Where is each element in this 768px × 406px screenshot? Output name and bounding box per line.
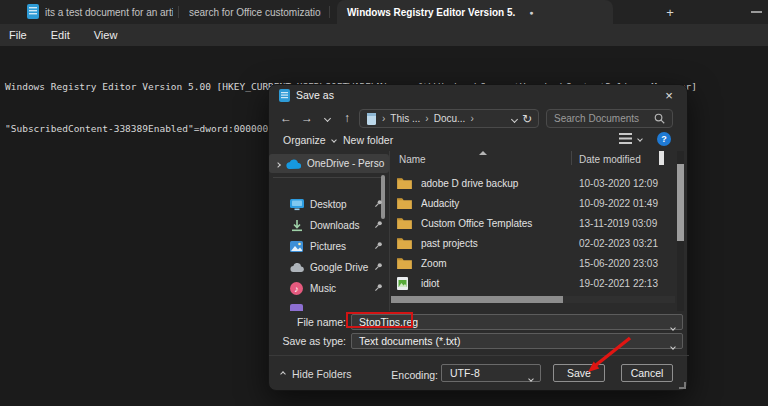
- tab-bar: its a test document for an article searc…: [0, 0, 768, 24]
- tab-label: search for Office customization too: [189, 7, 321, 18]
- hide-folders-label: Hide Folders: [292, 368, 352, 380]
- file-date: 02-02-2023 03:21: [579, 238, 658, 249]
- unsaved-indicator-icon: ●: [529, 9, 533, 16]
- dialog-title: Save as: [296, 89, 334, 101]
- hide-folders-button[interactable]: Hide Folders: [281, 368, 352, 380]
- minimize-icon[interactable]: [751, 11, 762, 13]
- sidebar-item-desktop[interactable]: Desktop: [269, 195, 389, 214]
- file-row[interactable]: Custom Office Templates 13-11-2019 03:09: [391, 213, 673, 233]
- folder-icon: [397, 257, 413, 269]
- encoding-dropdown[interactable]: UTF-8: [441, 364, 541, 382]
- search-box[interactable]: Search Documents: [546, 109, 673, 128]
- breadcrumb-separator: ›: [470, 113, 473, 124]
- chevron-down-icon[interactable]: [671, 339, 675, 351]
- pin-icon: [374, 199, 383, 210]
- menu-view[interactable]: View: [82, 29, 130, 41]
- address-bar[interactable]: › This ... › Docu... › ↻: [359, 109, 539, 128]
- save-as-type-label: Save as type:: [269, 335, 346, 347]
- dialog-title-bar: Save as ×: [269, 85, 687, 106]
- recent-locations-icon[interactable]: [317, 108, 337, 128]
- new-tab-button[interactable]: +: [660, 3, 680, 21]
- onedrive-cloud-icon: [286, 159, 301, 169]
- address-dropdown-icon[interactable]: [512, 113, 517, 124]
- file-row[interactable]: past projects 02-02-2023 03:21: [391, 233, 673, 253]
- file-name-label: File name:: [269, 316, 346, 328]
- breadcrumb-this-pc[interactable]: This ...: [390, 113, 420, 124]
- file-row[interactable]: idiot 19-02-2021 22:13: [391, 273, 673, 293]
- save-as-type-value: Text documents (*.txt): [359, 335, 461, 347]
- file-date: 15-06-2020 23:03: [579, 258, 658, 269]
- tab-test-document[interactable]: its a test document for an article: [45, 0, 173, 24]
- view-options-button[interactable]: [619, 133, 642, 144]
- forward-icon[interactable]: →: [297, 108, 317, 128]
- folder-icon: [397, 177, 413, 189]
- horizontal-scrollbar-thumb[interactable]: [391, 296, 563, 303]
- downloads-icon: [289, 220, 304, 232]
- file-row[interactable]: Zoom 15-06-2020 23:03: [391, 253, 673, 273]
- sidebar-item-downloads[interactable]: Downloads: [269, 216, 389, 235]
- sidebar-item-onedrive[interactable]: OneDrive - Perso: [269, 154, 389, 173]
- sidebar-item-videos[interactable]: [269, 300, 389, 311]
- encoding-label: Encoding:: [369, 369, 438, 381]
- file-list: Name Date modified adobe D drive backup …: [391, 151, 689, 311]
- pin-icon: [374, 220, 383, 231]
- google-drive-icon: [289, 263, 304, 272]
- tab-office-customization[interactable]: search for Office customization too: [189, 0, 321, 24]
- sidebar-item-label: Google Drive: [310, 262, 374, 273]
- column-header-date-modified[interactable]: Date modified: [579, 154, 641, 165]
- sidebar-item-google-drive[interactable]: Google Drive: [269, 258, 389, 277]
- music-icon: ♪: [289, 282, 304, 295]
- command-bar: Organize New folder ?: [269, 131, 687, 151]
- up-icon[interactable]: ↑: [337, 108, 357, 128]
- menu-edit[interactable]: Edit: [39, 29, 82, 41]
- breadcrumb-separator: ›: [382, 113, 385, 124]
- column-header-name[interactable]: Name: [399, 154, 426, 165]
- tab-label: Windows Registry Editor Version 5.: [347, 7, 515, 18]
- refresh-icon[interactable]: ↻: [522, 112, 532, 126]
- chevron-up-icon: [280, 371, 286, 377]
- sidebar-item-pictures[interactable]: Pictures: [269, 237, 389, 256]
- sidebar-item-label: Desktop: [310, 199, 374, 210]
- videos-icon: [289, 304, 304, 311]
- chevron-down-icon: [331, 137, 337, 143]
- help-icon[interactable]: ?: [657, 132, 671, 146]
- scrollbar-segment: [659, 151, 664, 165]
- image-file-icon: [397, 277, 413, 290]
- new-folder-button[interactable]: New folder: [343, 134, 393, 146]
- sidebar-item-music[interactable]: ♪ Music: [269, 279, 389, 298]
- breadcrumb-documents[interactable]: Docu...: [434, 113, 466, 124]
- file-date: 19-02-2021 22:13: [579, 278, 658, 289]
- sidebar-separator: [273, 177, 383, 178]
- vertical-scrollbar-thumb[interactable]: [677, 164, 684, 241]
- organize-button[interactable]: Organize: [283, 134, 336, 146]
- annotation-highlight-filename: [346, 312, 413, 328]
- sidebar-item-label: Downloads: [310, 220, 374, 231]
- column-divider[interactable]: [571, 151, 572, 165]
- chevron-down-icon: [637, 136, 643, 142]
- resize-grip[interactable]: [679, 382, 686, 389]
- folder-icon: [397, 197, 413, 209]
- search-placeholder: Search Documents: [554, 113, 654, 124]
- notepad-app-icon: [279, 89, 290, 102]
- chevron-down-icon[interactable]: [671, 320, 675, 332]
- file-date: 10-09-2022 01:49: [579, 198, 658, 209]
- annotation-arrow-to-save: [570, 330, 640, 380]
- close-icon[interactable]: ×: [660, 86, 678, 104]
- pictures-icon: [289, 241, 304, 252]
- file-date: 10-03-2020 12:09: [579, 178, 658, 189]
- sidebar-item-label: Pictures: [310, 241, 374, 252]
- chevron-down-icon: [529, 371, 533, 383]
- menu-file[interactable]: File: [0, 29, 39, 41]
- desktop-icon: [289, 199, 304, 211]
- organize-label: Organize: [283, 134, 326, 146]
- navigation-pane: OneDrive - Perso Desktop Downloads Pictu…: [269, 151, 389, 311]
- tab-label: its a test document for an article: [45, 7, 173, 18]
- file-row[interactable]: adobe D drive backup 10-03-2020 12:09: [391, 173, 673, 193]
- encoding-value: UTF-8: [450, 367, 480, 379]
- back-icon[interactable]: ←: [276, 108, 296, 128]
- list-header: Name Date modified: [391, 151, 689, 167]
- pin-icon: [374, 283, 383, 294]
- tab-registry-editor[interactable]: Windows Registry Editor Version 5. ●: [337, 0, 613, 24]
- file-row[interactable]: Audacity 10-09-2022 01:49: [391, 193, 673, 213]
- location-icon: [366, 113, 377, 125]
